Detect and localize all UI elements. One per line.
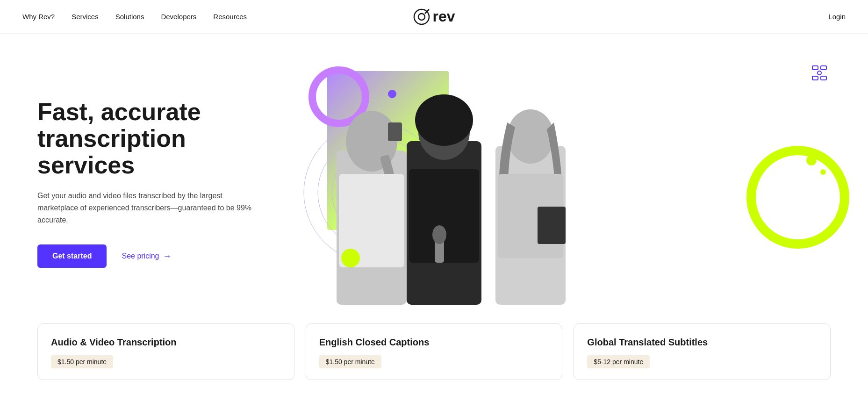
hero-actions: Get started See pricing →	[37, 244, 280, 268]
service-card-subtitles: Global Translated Subtitles $5-12 per mi…	[574, 323, 831, 380]
logo-text: rev	[432, 8, 455, 25]
login-button[interactable]: Login	[828, 13, 846, 21]
svg-point-19	[507, 109, 554, 164]
hero-section: Fast, accurate transcription services Ge…	[0, 34, 868, 323]
shape-yellow-circle-xs	[820, 169, 826, 175]
nav-right: Login	[828, 13, 846, 21]
nav-item-why-rev[interactable]: Why Rev?	[22, 13, 55, 21]
person-2	[407, 94, 481, 305]
nav-item-services[interactable]: Services	[72, 13, 99, 21]
logo-icon	[413, 8, 430, 25]
see-pricing-button[interactable]: See pricing →	[122, 251, 171, 261]
services-section: Audio & Video Transcription $1.50 per mi…	[0, 323, 868, 380]
service-card-transcription: Audio & Video Transcription $1.50 per mi…	[37, 323, 294, 380]
service-price-transcription: $1.50 per minute	[51, 355, 113, 368]
shape-yellow-circle-sm	[341, 249, 360, 267]
dot-purple	[388, 90, 396, 98]
focus-icon[interactable]	[812, 65, 827, 80]
navbar: Why Rev? Services Solutions Developers R…	[0, 0, 868, 34]
svg-point-14	[415, 94, 473, 146]
shape-green-ring	[746, 146, 849, 249]
arrow-right-icon: →	[163, 251, 172, 261]
svg-rect-24	[812, 76, 818, 80]
svg-rect-23	[821, 66, 826, 70]
logo[interactable]: rev	[413, 8, 455, 25]
person-1	[337, 111, 407, 305]
svg-point-17	[432, 225, 446, 244]
nav-left: Why Rev? Services Solutions Developers R…	[22, 13, 247, 21]
service-price-captions: $1.50 per minute	[319, 355, 381, 368]
service-price-subtitles: $5-12 per minute	[587, 355, 650, 368]
service-title-transcription: Audio & Video Transcription	[51, 337, 281, 348]
hero-text: Fast, accurate transcription services Ge…	[37, 99, 280, 268]
hero-subtitle: Get your audio and video files transcrib…	[37, 190, 262, 226]
service-title-subtitles: Global Translated Subtitles	[587, 337, 817, 348]
hero-image-area	[299, 62, 831, 305]
nav-item-developers[interactable]: Developers	[161, 13, 196, 21]
svg-rect-25	[821, 76, 826, 80]
people-illustration	[299, 76, 608, 305]
hero-title: Fast, accurate transcription services	[37, 99, 280, 179]
svg-point-26	[818, 71, 821, 75]
shape-yellow-circle-lg	[806, 155, 817, 165]
svg-rect-22	[812, 66, 818, 70]
svg-rect-10	[388, 122, 402, 141]
svg-rect-21	[538, 207, 566, 244]
service-title-captions: English Closed Captions	[319, 337, 549, 348]
get-started-button[interactable]: Get started	[37, 244, 107, 268]
service-card-captions: English Closed Captions $1.50 per minute	[306, 323, 563, 380]
see-pricing-label: See pricing	[122, 252, 159, 260]
nav-item-solutions[interactable]: Solutions	[115, 13, 144, 21]
nav-item-resources[interactable]: Resources	[213, 13, 247, 21]
svg-point-1	[418, 14, 424, 20]
person-3	[495, 109, 566, 305]
